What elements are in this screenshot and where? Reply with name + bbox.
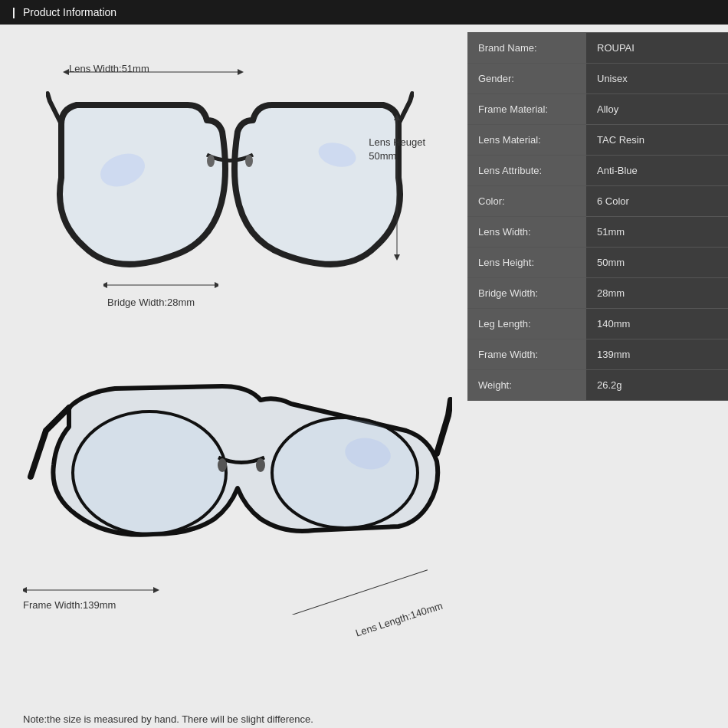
svg-point-16 [256,458,265,472]
bridge-width-label: Bridge Width:28mm [107,297,195,308]
spec-label: Lens Attribute: [467,156,586,185]
spec-value: Alloy [586,94,728,124]
svg-marker-9 [394,254,400,261]
svg-point-3 [207,155,215,167]
svg-marker-11 [103,282,107,288]
front-view-diagram: Lens Width:51mm [23,40,452,331]
spec-row: Bridge Width:28mm [467,278,728,309]
spec-label: Brand Name: [467,33,586,63]
spec-value: 140mm [586,309,728,339]
spec-row: Lens Attribute:Anti-Blue [467,156,728,186]
spec-value: 51mm [586,217,728,247]
perspective-view-diagram: Frame Width:139mm Lens Length:140mm [23,339,452,630]
note-line1: Note:the size is measured by hand. There… [23,711,705,728]
spec-label: Gender: [467,64,586,93]
spec-label: Lens Height: [467,248,586,277]
spec-value: 6 Color [586,186,728,216]
header-bar: Product Information [0,0,728,25]
spec-label: Lens Width: [467,217,586,247]
note-section: Note:the size is measured by hand. There… [0,699,728,728]
spec-row: Lens Width:51mm [467,217,728,248]
spec-row: Gender:Unisex [467,64,728,94]
spec-value: Unisex [586,64,728,93]
spec-label: Bridge Width: [467,278,586,308]
svg-point-14 [272,418,418,528]
svg-point-13 [73,412,226,534]
lens-height-label: Lens Heuget50mm [369,136,425,163]
spec-value: 139mm [586,339,728,369]
svg-marker-2 [238,69,244,75]
spec-label: Frame Material: [467,94,586,124]
spec-row: Lens Material:TAC Resin [467,125,728,156]
spec-label: Color: [467,186,586,216]
spec-row: Color:6 Color [467,186,728,217]
spec-value: 26.2g [586,370,728,400]
spec-value: ROUPAI [586,33,728,63]
svg-marker-20 [153,587,159,593]
spec-label: Leg Length: [467,309,586,339]
spec-label: Weight: [467,370,586,400]
spec-row: Brand Name:ROUPAI [467,32,728,64]
svg-point-15 [218,458,227,472]
svg-marker-1 [63,69,69,75]
spec-row: Frame Material:Alloy [467,94,728,125]
spec-row: Leg Length:140mm [467,309,728,339]
spec-row: Weight:26.2g [467,370,728,401]
spec-row: Lens Height:50mm [467,248,728,278]
spec-label: Frame Width: [467,339,586,369]
spec-value: TAC Resin [586,125,728,155]
svg-marker-12 [215,282,218,288]
svg-line-21 [283,570,431,615]
spec-label: Lens Material: [467,125,586,155]
svg-marker-19 [23,587,27,593]
spec-value: 50mm [586,248,728,277]
specs-table: Brand Name:ROUPAIGender:UnisexFrame Mate… [467,25,728,699]
left-panel: Lens Width:51mm [0,25,467,699]
header-title: Product Information [23,6,116,18]
spec-value: Anti-Blue [586,156,728,185]
svg-point-4 [245,155,253,167]
spec-row: Frame Width:139mm [467,339,728,370]
frame-width-label: Frame Width:139mm [23,599,116,611]
spec-value: 28mm [586,278,728,308]
